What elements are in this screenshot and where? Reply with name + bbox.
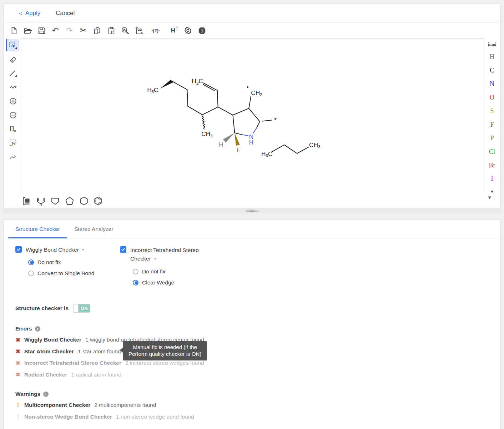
element-scroll-down-button[interactable]: ▼ bbox=[490, 189, 494, 194]
open-button[interactable] bbox=[23, 26, 32, 35]
benzene-template-button[interactable] bbox=[93, 196, 103, 206]
element-o-button[interactable]: O bbox=[487, 91, 498, 104]
error-row-star-atom[interactable]: ✖ Star Atom Checker 1 star atom found Ma… bbox=[15, 346, 489, 358]
paste-button[interactable] bbox=[107, 26, 116, 35]
warning-row-nonstereo-wedge[interactable]: ! Non-stereo Wedge Bond Checker 1 non-st… bbox=[15, 411, 489, 423]
canvas-scroll-caret-icon[interactable]: ▼ bbox=[487, 195, 492, 200]
checker-tabs: Structure Checker Stereo Analyzer bbox=[4, 220, 500, 238]
element-br-button[interactable]: Br bbox=[487, 158, 498, 172]
bond-tool-button[interactable] bbox=[6, 67, 19, 79]
apply-button[interactable]: < Apply bbox=[19, 10, 40, 17]
errors-heading: Errors i bbox=[15, 325, 489, 332]
error-x-icon: ✖ bbox=[15, 360, 21, 367]
element-n-button[interactable]: N bbox=[487, 77, 498, 91]
benzene-ring-icon bbox=[93, 196, 103, 206]
element-strip: HCNOSFPClBrI▼ bbox=[484, 39, 500, 194]
eraser-tool-button[interactable] bbox=[6, 53, 19, 65]
error-row-wiggly-bond[interactable]: ✖ Wiggly Bond Checker 1 wiggly bond on t… bbox=[15, 334, 489, 346]
zoom-clear-button[interactable] bbox=[121, 26, 130, 35]
option-do-not-fix[interactable]: Do not fix bbox=[28, 257, 120, 268]
periodic-table-button[interactable] bbox=[487, 40, 498, 50]
cancel-button[interactable]: Cancel bbox=[56, 10, 75, 17]
cyclopentadiene-template-button[interactable] bbox=[50, 196, 60, 206]
warning-exclamation-icon: ! bbox=[15, 402, 21, 408]
element-s-button[interactable]: S bbox=[487, 104, 498, 118]
radio-icon[interactable] bbox=[28, 271, 34, 276]
template-bar: N ▼ bbox=[4, 194, 500, 208]
option-do-not-fix[interactable]: Do not fix bbox=[133, 266, 203, 277]
pyrrole-template-button[interactable]: N bbox=[36, 196, 46, 206]
checkmark-icon bbox=[16, 247, 21, 252]
panel-resize-handle[interactable] bbox=[4, 208, 500, 213]
magnifier-x-icon bbox=[121, 26, 130, 35]
cut-button[interactable]: ✂ bbox=[79, 26, 88, 35]
tab-stereo-analyzer[interactable]: Stereo Analyzer bbox=[67, 220, 120, 238]
abbreviated-group-icon: -(?)- bbox=[151, 28, 160, 33]
eraser-icon bbox=[9, 55, 17, 64]
element-p-button[interactable]: P bbox=[487, 131, 498, 145]
save-icon bbox=[38, 27, 46, 35]
element-h-button[interactable]: H bbox=[487, 50, 498, 64]
add-remove-hydrogen-button[interactable]: H+− bbox=[168, 26, 178, 35]
radio-selected-icon[interactable] bbox=[133, 280, 138, 286]
wiggly-bond-checkbox[interactable] bbox=[15, 246, 22, 253]
abbreviated-group-button[interactable]: -(?)- bbox=[148, 26, 163, 35]
error-row-radical[interactable]: ✖ Radical Checker 1 radical atom found bbox=[15, 369, 489, 381]
svg-text:R: R bbox=[12, 140, 16, 146]
warning-rows: ! Multicomponent Checker 2 multicomponen… bbox=[15, 399, 489, 423]
redo-button[interactable]: ↷ bbox=[65, 26, 74, 35]
info-circle-icon[interactable]: i bbox=[43, 392, 49, 397]
rgroup-tool-button[interactable]: R bbox=[6, 137, 19, 149]
left-tool-strip: []n R bbox=[4, 39, 21, 194]
structure-checker-toggle[interactable]: ON bbox=[73, 304, 90, 313]
info-circle-icon[interactable]: i bbox=[35, 326, 40, 332]
chain-tool-button[interactable] bbox=[6, 81, 19, 93]
cyclohexane-template-button[interactable] bbox=[79, 196, 89, 206]
copy-button[interactable] bbox=[93, 26, 102, 35]
svg-text:F: F bbox=[237, 146, 241, 153]
editor-toolbar: ↶ ↷ ✂ 2D -(?)- H+− i bbox=[4, 22, 500, 39]
save-button[interactable] bbox=[37, 26, 46, 35]
brackets-tool-button[interactable]: []n bbox=[6, 123, 19, 135]
element-c-button[interactable]: C bbox=[487, 64, 498, 77]
svg-text:CH2: CH2 bbox=[251, 89, 262, 97]
minus-charge-icon bbox=[9, 111, 17, 119]
option-convert-to-single-bond[interactable]: Convert to Single Bond bbox=[28, 268, 120, 279]
new-document-button[interactable] bbox=[9, 26, 18, 35]
tetrahedral-stereo-checkbox[interactable] bbox=[120, 246, 126, 253]
radio-icon[interactable] bbox=[133, 269, 138, 274]
cyclopentane-template-button[interactable] bbox=[64, 196, 75, 206]
error-row-tetrahedral-stereo[interactable]: ✖ Incorrect Tetrahedral Stereo Checker 2… bbox=[15, 357, 489, 369]
warning-row-multicomponent[interactable]: ! Multicomponent Checker 2 multicomponen… bbox=[15, 399, 489, 411]
option-clear-wedge[interactable]: Clear Wedge bbox=[133, 277, 203, 288]
editor-workspace: []n R H3CH2CCH3CH2NHHFH3CCH3* HCNOSFPClB… bbox=[4, 39, 500, 194]
radio-selected-icon[interactable] bbox=[28, 259, 34, 265]
paste-icon bbox=[107, 27, 115, 35]
info-button[interactable]: i bbox=[197, 26, 206, 35]
element-f-button[interactable]: F bbox=[487, 118, 498, 131]
warnings-heading: Warnings i bbox=[15, 391, 489, 397]
redo-icon: ↷ bbox=[66, 26, 73, 35]
plus-charge-icon bbox=[9, 97, 17, 105]
template-library-button[interactable] bbox=[21, 196, 32, 206]
error-x-icon: ✖ bbox=[15, 371, 21, 378]
chevron-down-icon[interactable]: ▼ bbox=[81, 248, 85, 252]
template-library-icon bbox=[22, 196, 31, 206]
charge-minus-button[interactable] bbox=[6, 109, 19, 121]
charge-plus-button[interactable] bbox=[6, 95, 19, 107]
settings-button[interactable] bbox=[183, 26, 192, 35]
tetrahedral-stereo-checker-label: Incorrect Tetrahedral Stereo Checker bbox=[130, 247, 199, 262]
molecule-canvas[interactable]: H3CH2CCH3CH2NHHFH3CCH3* bbox=[21, 39, 484, 194]
tab-structure-checker[interactable]: Structure Checker bbox=[8, 220, 67, 238]
chevron-down-icon[interactable]: ▼ bbox=[153, 257, 157, 261]
reaction-tool-button[interactable] bbox=[6, 151, 19, 163]
checker-status-label: Structure checker is bbox=[15, 305, 69, 312]
svg-text:2D: 2D bbox=[138, 27, 142, 31]
element-i-button[interactable]: I bbox=[487, 172, 498, 186]
brackets-icon: []n bbox=[10, 125, 16, 132]
selection-tool-button[interactable] bbox=[6, 39, 19, 51]
undo-button[interactable]: ↶ bbox=[51, 26, 60, 35]
clean-2d-button[interactable]: 2D bbox=[135, 26, 143, 35]
apply-label: Apply bbox=[25, 10, 41, 17]
element-cl-button[interactable]: Cl bbox=[487, 145, 498, 158]
